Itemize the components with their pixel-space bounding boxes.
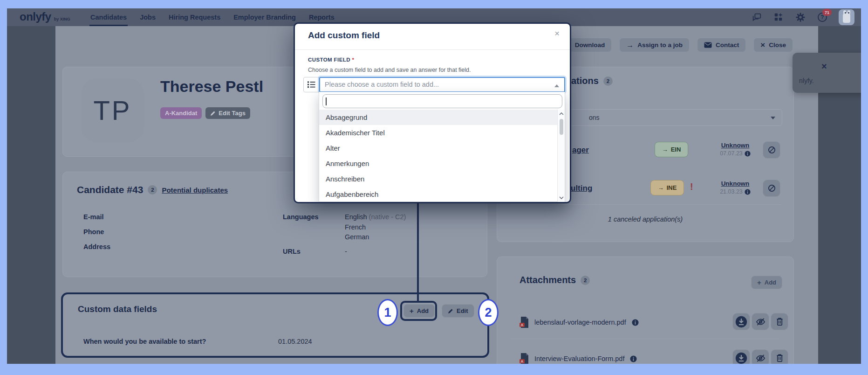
filter-text-fragment: ons bbox=[589, 114, 600, 121]
candidate-toolbar: Download → Assign to a job Contact × Clo… bbox=[574, 38, 793, 52]
cancel-application-button-1[interactable] bbox=[763, 141, 780, 159]
candidate-tag-badge: A-Kandidat bbox=[160, 107, 202, 119]
dropdown-search-input[interactable] bbox=[322, 94, 562, 108]
dropdown-option-absagegrund[interactable]: Absagegrund bbox=[319, 110, 558, 125]
urls-label: URLs bbox=[283, 248, 301, 255]
job-link-2[interactable]: ulting bbox=[571, 184, 592, 193]
candidate-tags: A-Kandidat Edit Tags bbox=[160, 107, 250, 119]
candidate-number-title: Candidate #43 bbox=[77, 184, 143, 195]
notification-count-badge: 71 bbox=[822, 9, 832, 16]
potential-duplicates-link[interactable]: Potential duplicates bbox=[162, 186, 228, 194]
plus-icon: + bbox=[757, 278, 761, 286]
tab-hiring-requests[interactable]: Hiring Requests bbox=[169, 8, 220, 26]
tab-jobs[interactable]: Jobs bbox=[140, 8, 156, 26]
add-attachment-button[interactable]: + Add bbox=[751, 276, 782, 289]
help-icon[interactable]: ? 71 bbox=[817, 12, 828, 23]
download-circle-icon bbox=[735, 315, 748, 328]
user-avatar[interactable] bbox=[839, 9, 854, 25]
candidate-initials-avatar: TP bbox=[81, 78, 144, 142]
status-unknown-link-1[interactable]: Unknown bbox=[714, 142, 756, 149]
dropdown-option-anmerkungen[interactable]: Anmerkungen bbox=[319, 156, 558, 171]
status-unknown-link-2[interactable]: Unknown bbox=[714, 180, 756, 187]
attachment-file-name[interactable]: Interview-Evaluation-Form.pdf bbox=[534, 355, 624, 362]
messages-icon[interactable] bbox=[751, 12, 762, 23]
overdue-alert-icon: ! bbox=[690, 181, 693, 192]
attachment-file-name[interactable]: lebenslauf-vorlage-modern.pdf bbox=[534, 319, 626, 326]
download-attachment-button-1[interactable] bbox=[732, 313, 750, 330]
scroll-up-arrow[interactable] bbox=[559, 111, 564, 117]
cancel-icon bbox=[768, 184, 776, 192]
dropdown-option-akademischer-titel[interactable]: Akademischer Titel bbox=[319, 125, 558, 140]
job-link-1[interactable]: ager bbox=[572, 146, 589, 155]
cancel-icon bbox=[768, 146, 776, 154]
attachment-row: lebenslauf-vorlage-modern.pdf bbox=[519, 317, 639, 328]
scrollbar-thumb[interactable] bbox=[560, 119, 563, 135]
language-level-note: (native - C2) bbox=[369, 213, 406, 221]
phone-label: Phone bbox=[83, 228, 104, 236]
toast-close-icon[interactable]: × bbox=[821, 61, 827, 72]
add-attachment-label: Add bbox=[765, 279, 776, 286]
scroll-down-arrow[interactable] bbox=[559, 194, 564, 201]
attachments-title: Attachments bbox=[519, 275, 576, 285]
candidate-name: Therese Pestl bbox=[160, 77, 263, 96]
assign-to-job-button[interactable]: → Assign to a job bbox=[619, 38, 690, 52]
applications-title-fragment: ations bbox=[571, 76, 599, 86]
stage-badge-ein[interactable]: → EIN bbox=[655, 142, 688, 157]
arrow-right-icon: → bbox=[658, 184, 664, 191]
close-profile-button[interactable]: × Close bbox=[753, 38, 793, 52]
cancel-application-button-2[interactable] bbox=[763, 180, 780, 197]
edit-tags-label: Edit Tags bbox=[219, 110, 246, 117]
arrow-right-icon: → bbox=[626, 41, 634, 49]
info-icon[interactable] bbox=[745, 189, 751, 195]
tab-employer-branding[interactable]: Employer Branding bbox=[233, 8, 296, 26]
languages-label: Languages bbox=[283, 213, 319, 221]
divider bbox=[295, 49, 570, 50]
dropdown-option-aufgabenbereich[interactable]: Aufgabenbereich bbox=[319, 187, 558, 202]
download-circle-icon bbox=[735, 352, 748, 364]
contact-button[interactable]: Contact bbox=[697, 38, 746, 52]
dropdown-option-list: Absagegrund Akademischer Titel Alter Anm… bbox=[319, 110, 558, 202]
modal-title: Add custom field bbox=[308, 30, 380, 41]
trash-icon bbox=[776, 354, 784, 362]
delete-attachment-button-2[interactable] bbox=[771, 349, 788, 364]
eye-slash-icon bbox=[756, 354, 765, 362]
language-value-3: German bbox=[345, 233, 369, 241]
info-icon[interactable] bbox=[632, 319, 639, 326]
custom-field-select[interactable]: Please choose a custom field to add... bbox=[319, 77, 565, 92]
attachments-count-badge: 2 bbox=[581, 276, 590, 285]
modal-close-icon[interactable]: × bbox=[554, 28, 560, 39]
delete-attachment-button-1[interactable] bbox=[771, 313, 788, 330]
hide-attachment-button-1[interactable] bbox=[752, 313, 769, 330]
download-attachment-button-2[interactable] bbox=[732, 349, 750, 364]
info-icon[interactable] bbox=[630, 355, 637, 362]
urls-value: - bbox=[345, 248, 347, 255]
annotation-connector-line bbox=[417, 202, 419, 302]
select-placeholder: Please choose a custom field to add... bbox=[325, 81, 439, 88]
chevron-up-icon bbox=[554, 84, 559, 87]
onlyfy-logo[interactable]: onlyfy by XING bbox=[20, 10, 70, 23]
dropdown-option-anschreiben[interactable]: Anschreiben bbox=[319, 171, 558, 187]
screenshot-frame: onlyfy by XING Candidates Jobs Hiring Re… bbox=[0, 0, 868, 375]
toast-text-fragment: nlyfy. bbox=[799, 77, 814, 84]
divider bbox=[511, 339, 779, 339]
custom-field-help-text: Choose a custom field to add and save an… bbox=[308, 67, 471, 73]
candidate-initials: TP bbox=[93, 95, 131, 126]
attachment-row: Interview-Evaluation-Form.pdf bbox=[519, 353, 637, 364]
dropdown-option-alter[interactable]: Alter bbox=[319, 140, 558, 156]
notification-toast: × nlyfy. bbox=[793, 53, 861, 93]
language-value-1: English (native - C2) bbox=[345, 213, 406, 221]
apps-grid-icon[interactable] bbox=[773, 12, 784, 23]
close-label: Close bbox=[769, 42, 786, 49]
application-date-2: 21.03.23 bbox=[714, 188, 756, 195]
edit-tags-button[interactable]: Edit Tags bbox=[205, 107, 250, 119]
stage-badge-ine[interactable]: → INE bbox=[650, 180, 684, 195]
info-icon[interactable] bbox=[745, 151, 751, 157]
annotation-box-add-button bbox=[400, 301, 437, 321]
divider bbox=[510, 204, 781, 205]
custom-field-label: CUSTOM FIELD * bbox=[308, 57, 354, 62]
applications-count-badge: 2 bbox=[603, 76, 613, 86]
hide-attachment-button-2[interactable] bbox=[752, 349, 769, 364]
logo-suffix: by XING bbox=[54, 17, 70, 21]
tab-candidates[interactable]: Candidates bbox=[90, 8, 127, 26]
settings-gear-icon[interactable] bbox=[795, 12, 806, 23]
